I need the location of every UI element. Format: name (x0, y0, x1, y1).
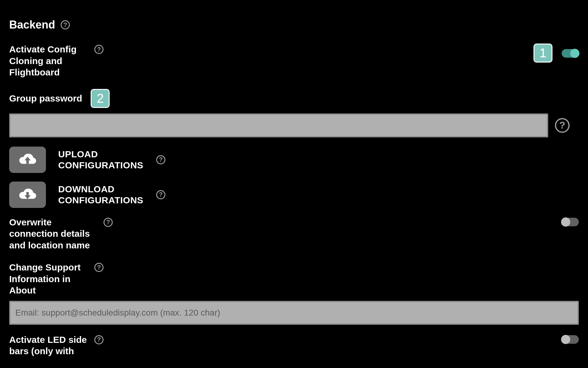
support-info-input-row (9, 301, 579, 325)
group-password-label: Group password (9, 93, 82, 104)
group-password-input-row: ? (9, 113, 579, 137)
upload-configurations-button[interactable] (9, 147, 46, 173)
backend-section-header: Backend ? (9, 18, 579, 31)
toggle-knob (561, 335, 570, 344)
group-password-row: Group password 2 (9, 89, 579, 108)
help-icon[interactable]: ? (104, 218, 113, 227)
help-icon[interactable]: ? (156, 155, 165, 164)
overwrite-details-row: Overwrite connection details and locatio… (9, 217, 579, 251)
step-badge-2: 2 (91, 89, 110, 108)
upload-configurations-row: UPLOAD CONFIGURATIONS ? (9, 147, 579, 173)
overwrite-details-toggle[interactable] (562, 218, 579, 226)
cloud-download-icon (18, 187, 37, 202)
help-icon[interactable]: ? (156, 190, 165, 199)
cloud-upload-icon (18, 152, 37, 167)
step-badge-1: 1 (533, 44, 552, 63)
led-bars-label: Activate LED side bars (only with (9, 334, 89, 357)
support-info-input[interactable] (9, 301, 579, 325)
toggle-knob (570, 49, 579, 58)
help-icon[interactable]: ? (94, 263, 104, 272)
activate-cloning-toggle[interactable] (562, 49, 579, 58)
activate-cloning-row: Activate Config Cloning and Flightboard … (9, 44, 579, 78)
led-bars-toggle[interactable] (562, 335, 579, 344)
help-icon[interactable]: ? (61, 20, 70, 29)
download-configurations-row: DOWNLOAD CONFIGURATIONS ? (9, 182, 579, 208)
upload-configurations-label: UPLOAD CONFIGURATIONS (58, 149, 144, 171)
section-title: Backend (9, 18, 55, 31)
help-icon[interactable]: ? (555, 118, 570, 133)
support-info-row: Change Support Information in About ? (9, 262, 579, 296)
activate-cloning-label: Activate Config Cloning and Flightboard (9, 44, 89, 78)
help-icon[interactable]: ? (94, 45, 104, 54)
support-info-label: Change Support Information in About (9, 262, 89, 296)
toggle-knob (561, 217, 570, 227)
led-bars-row: Activate LED side bars (only with ? (9, 334, 579, 357)
download-configurations-label: DOWNLOAD CONFIGURATIONS (58, 184, 144, 206)
overwrite-details-label: Overwrite connection details and locatio… (9, 217, 98, 251)
download-configurations-button[interactable] (9, 182, 46, 208)
group-password-input[interactable] (9, 113, 548, 137)
help-icon[interactable]: ? (94, 335, 104, 344)
